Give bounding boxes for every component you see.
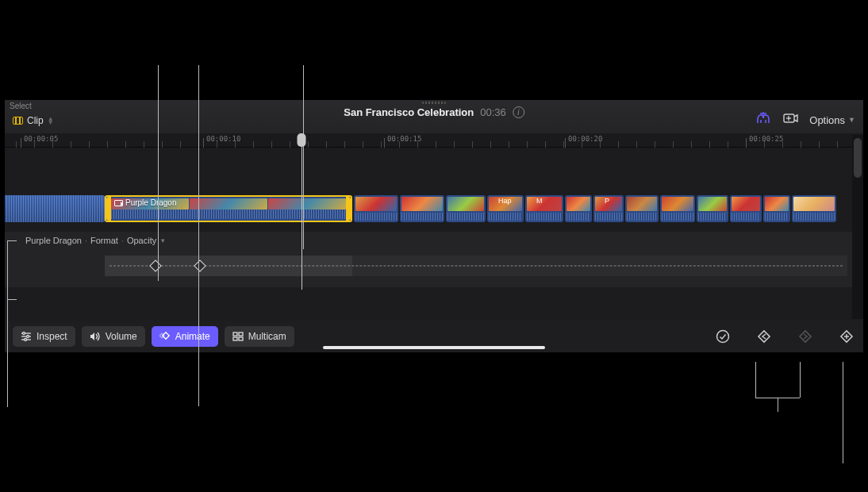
camera-icon (490, 198, 497, 204)
volume-icon (90, 332, 101, 341)
clip-name: Purple Dragon (125, 198, 176, 207)
chevron-down-icon: ▼ (848, 116, 855, 124)
keyframe-clip-name: Purple Dragon (25, 236, 82, 245)
multicam-button[interactable]: Multicam (225, 326, 294, 347)
svg-rect-23 (233, 337, 237, 340)
clip-selector[interactable]: Clip ▲▼ (13, 115, 54, 126)
clip[interactable]: Hap (487, 195, 524, 222)
clip[interactable] (565, 195, 592, 222)
clip[interactable] (697, 195, 728, 222)
svg-rect-21 (233, 332, 237, 336)
project-title-area: San Francisco Celebration 00:36 i (344, 106, 524, 118)
svg-point-8 (788, 117, 789, 119)
animate-icon (159, 332, 171, 341)
camera-icon (596, 198, 603, 204)
time-ruler[interactable]: 00:00:0500:00:1000:00:1500:00:2000:00:25 (5, 133, 863, 148)
clip[interactable] (730, 195, 762, 222)
clip[interactable] (763, 195, 790, 222)
primary-lane: Purple Dragon HapMP (5, 195, 863, 222)
svg-point-17 (27, 336, 29, 338)
callout-line (843, 362, 843, 463)
updown-icon: ▲▼ (48, 117, 54, 125)
clip-selected[interactable]: Purple Dragon (105, 195, 352, 222)
editor-panel: Select Clip ▲▼ San Francisco Celebration… (5, 100, 863, 352)
add-keyframe-button[interactable] (838, 328, 855, 345)
svg-point-25 (717, 331, 729, 343)
clip-icon (13, 117, 23, 125)
keyframe-category[interactable]: Format (90, 236, 118, 245)
vertical-scrollbar[interactable] (852, 135, 863, 319)
callout-line (755, 362, 756, 398)
keyframe-controls (714, 328, 855, 345)
animate-button[interactable]: Animate (152, 326, 218, 347)
keyframe-value-line[interactable] (109, 266, 843, 267)
clip[interactable] (792, 195, 836, 222)
multicam-label: Multicam (248, 331, 286, 342)
header-tools: Options ▼ (755, 112, 855, 128)
svg-point-18 (25, 339, 27, 341)
volume-label: Volume (106, 331, 137, 342)
ruler-label: 00:00:20 (568, 135, 602, 143)
snap-icon[interactable] (755, 112, 771, 128)
callout-line (778, 398, 778, 412)
camera-icon (528, 198, 535, 204)
inspect-label: Inspect (36, 331, 67, 342)
clip-waveform (111, 209, 346, 219)
home-indicator (323, 346, 545, 349)
clip-audio-lead[interactable] (5, 195, 105, 222)
clip[interactable] (354, 195, 398, 222)
prev-keyframe-button[interactable] (755, 328, 773, 345)
ruler-label: 00:00:05 (24, 135, 58, 143)
svg-rect-27 (800, 331, 811, 342)
callout-line (7, 240, 8, 407)
chevron-down-icon: ▼ (159, 237, 166, 244)
inspect-icon (21, 332, 32, 341)
ruler-label: 00:00:15 (387, 135, 421, 143)
clip[interactable]: P (593, 195, 624, 222)
next-keyframe-button[interactable] (797, 328, 814, 345)
clip[interactable] (400, 195, 444, 222)
project-duration: 00:36 (480, 106, 506, 118)
clip[interactable] (625, 195, 659, 222)
keyframe-header[interactable]: Purple Dragon · Format · Opacity ▼ (5, 232, 863, 249)
callout-line (198, 65, 199, 406)
ruler-label: 00:00:25 (749, 135, 783, 143)
inspect-button[interactable]: Inspect (13, 326, 75, 347)
keyframe-lane[interactable] (105, 256, 847, 276)
svg-point-16 (23, 332, 25, 335)
select-label: Select (10, 102, 32, 110)
clip-label: Purple Dragon (114, 198, 176, 207)
scrollbar-thumb[interactable] (854, 138, 862, 178)
svg-point-4 (762, 113, 764, 114)
options-label: Options (809, 114, 845, 126)
camera-icon (114, 200, 123, 206)
clip-selector-label: Clip (27, 115, 44, 126)
record-vo-icon[interactable] (782, 112, 798, 128)
trim-handle-right[interactable] (346, 197, 351, 221)
volume-button[interactable]: Volume (82, 326, 145, 347)
drag-grip[interactable] (422, 102, 446, 104)
enable-keyframes-button[interactable] (714, 328, 732, 345)
callout-line (800, 362, 801, 398)
svg-rect-24 (239, 337, 243, 340)
svg-rect-26 (759, 331, 770, 342)
clip[interactable] (660, 195, 695, 222)
callout-line (303, 65, 304, 249)
callout-line (7, 240, 17, 241)
info-icon[interactable]: i (513, 106, 524, 118)
keyframe-parameter[interactable]: Opacity (127, 236, 156, 245)
svg-rect-22 (239, 332, 243, 336)
timeline-track-area[interactable]: Purple Dragon HapMP (5, 148, 863, 232)
clip[interactable] (446, 195, 486, 222)
header-bar: Select Clip ▲▼ San Francisco Celebration… (5, 100, 863, 133)
project-title: San Francisco Celebration (344, 106, 474, 118)
callout-line (158, 65, 159, 281)
ruler-label: 00:00:10 (206, 135, 240, 143)
options-menu[interactable]: Options ▼ (809, 114, 855, 126)
multicam-icon (232, 332, 244, 341)
callout-line (7, 299, 17, 300)
clip[interactable]: M (525, 195, 563, 222)
keyframe-editor: Purple Dragon · Format · Opacity ▼ (5, 232, 863, 287)
playhead[interactable] (298, 133, 306, 147)
animate-label: Animate (175, 331, 210, 342)
